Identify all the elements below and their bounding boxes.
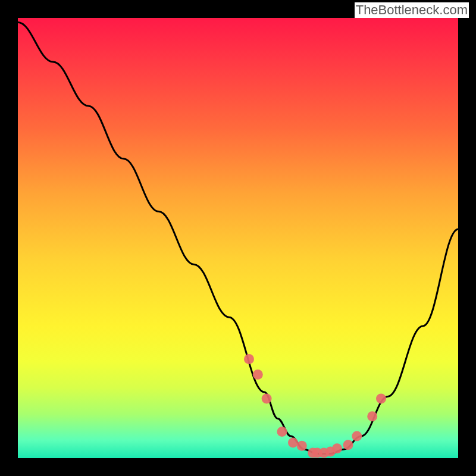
attribution-label: TheBottleneck.com <box>355 2 469 18</box>
marker-dot <box>277 427 287 437</box>
marker-dot <box>343 440 353 450</box>
highlight-markers <box>244 354 386 458</box>
marker-dot <box>297 441 307 451</box>
marker-dot <box>367 411 377 421</box>
marker-dot <box>288 438 298 448</box>
chart-svg <box>18 18 458 458</box>
marker-dot <box>253 369 263 380</box>
chart-frame: TheBottleneck.com <box>0 0 476 476</box>
marker-dot <box>332 443 342 453</box>
marker-dot <box>376 394 386 404</box>
bottleneck-curve <box>18 22 458 453</box>
marker-dot <box>352 431 362 441</box>
marker-dot <box>262 394 272 404</box>
marker-dot <box>244 354 254 364</box>
plot-area <box>18 18 458 458</box>
